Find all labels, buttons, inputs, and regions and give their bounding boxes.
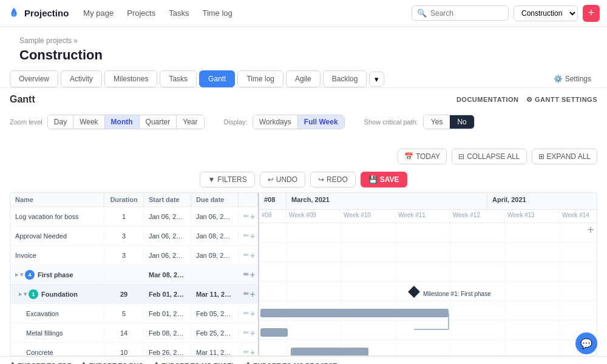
tab-agile[interactable]: Agile xyxy=(286,70,320,87)
gantt-container: Name Duration Start date Due date Log va… xyxy=(10,192,597,356)
download-icon: ⬇ xyxy=(10,362,15,364)
edit-icon[interactable]: ✏ xyxy=(243,271,249,278)
save-button[interactable]: 💾 SAVE xyxy=(361,172,407,187)
tab-overview[interactable]: Overview xyxy=(10,70,58,87)
edit-icon[interactable]: ✏ xyxy=(243,212,249,220)
calendar-icon: 📅 xyxy=(404,152,413,161)
export-excel-button[interactable]: ⬇ EXPORT TO MS EXCEL xyxy=(154,362,236,364)
breadcrumb-area: Sample projects » Construction xyxy=(0,27,607,68)
gantt-settings-link[interactable]: ⚙ GANTT SETTINGS xyxy=(526,96,597,104)
display-fullweek[interactable]: Full Week xyxy=(298,115,344,129)
add-icon[interactable]: + xyxy=(250,289,255,299)
gear-icon-2: ⚙ xyxy=(526,96,533,104)
tab-milestones[interactable]: Milestones xyxy=(104,70,157,87)
row-name: Log vacation for boss xyxy=(10,211,104,223)
edit-icon[interactable]: ✏ xyxy=(243,290,249,298)
filters-button[interactable]: ▼ FILTERS xyxy=(200,172,254,187)
row-name: Invoice xyxy=(10,249,104,261)
search-input[interactable] xyxy=(430,9,503,18)
gear-icon: ⚙️ xyxy=(554,75,563,83)
week-col: Week #12 xyxy=(450,210,505,223)
zoom-week[interactable]: Week xyxy=(73,115,104,129)
nav-tasks[interactable]: Tasks xyxy=(164,6,194,20)
add-icon[interactable]: + xyxy=(250,328,255,338)
tab-activity[interactable]: Activity xyxy=(61,70,102,87)
tab-settings[interactable]: ⚙️ Settings xyxy=(548,72,597,86)
workspace-select[interactable]: Construction xyxy=(514,5,578,21)
zoom-day[interactable]: Day xyxy=(48,115,73,129)
chart-row-spacer xyxy=(259,301,597,320)
tab-tasks[interactable]: Tasks xyxy=(160,70,197,87)
zoom-quarter[interactable]: Quarter xyxy=(140,115,177,129)
chat-button[interactable]: 💬 xyxy=(575,332,597,354)
tab-timelog[interactable]: Time log xyxy=(237,70,283,87)
row-duration: 10 xyxy=(104,346,144,357)
tab-more-button[interactable]: ▾ xyxy=(369,72,384,87)
export-pdf-button[interactable]: ⬇ EXPORT TO PDF xyxy=(10,362,71,364)
redo-button[interactable]: ↪ REDO xyxy=(310,172,356,187)
expand-icon[interactable]: ▾ xyxy=(24,291,27,297)
expand-all-button[interactable]: ⊞ EXPAND ALL xyxy=(532,149,597,164)
export-png-button[interactable]: ⬇ EXPORT TO PNG xyxy=(81,362,143,364)
display-btn-group: Workdays Full Week xyxy=(253,115,345,129)
add-icon[interactable]: + xyxy=(250,231,255,241)
export-ms-project-button[interactable]: ⬇ EXPORT TO MS PROJECT xyxy=(245,362,337,364)
collapse-all-button[interactable]: ⊟ COLLAPSE ALL xyxy=(452,149,526,164)
zoom-month[interactable]: Month xyxy=(105,115,140,129)
row-duration: 1 xyxy=(104,211,144,223)
row-due: Jan 09, 2021 xyxy=(191,249,239,261)
save-icon: 💾 xyxy=(368,175,378,184)
tab-gantt[interactable]: Gantt xyxy=(199,70,235,87)
nav-timelog[interactable]: Time log xyxy=(197,6,237,20)
add-icon[interactable]: + xyxy=(250,251,255,260)
col-start: Start date xyxy=(144,193,191,206)
edit-icon[interactable]: ✏ xyxy=(243,251,249,259)
critical-no[interactable]: No xyxy=(450,115,473,129)
add-column-button[interactable]: + xyxy=(587,223,594,237)
critical-group: Show critical path: Yes No xyxy=(364,115,475,129)
today-button[interactable]: 📅 TODAY xyxy=(398,149,447,164)
app-logo[interactable]: Projectino xyxy=(7,7,69,20)
chart-row-spacer xyxy=(259,320,597,340)
settings-label: Settings xyxy=(565,75,591,83)
edit-icon[interactable]: ✏ xyxy=(243,329,249,337)
table-row: ▸ ▾ 1 Foundation 29 Feb 01, 2021 Mar 11,… xyxy=(10,285,258,304)
critical-toggle: Yes No xyxy=(423,115,475,129)
undo-button[interactable]: ↩ UNDO xyxy=(260,172,305,187)
add-icon[interactable]: + xyxy=(250,270,255,280)
add-button[interactable]: + xyxy=(583,5,600,22)
nav-projects[interactable]: Projects xyxy=(122,6,160,20)
collapse-icon[interactable]: ▸ xyxy=(19,291,22,297)
critical-label: Show critical path: xyxy=(364,118,418,126)
row-actions: ✏ + xyxy=(239,306,258,321)
nav-mypage[interactable]: My page xyxy=(78,6,118,20)
documentation-link[interactable]: DOCUMENTATION xyxy=(456,96,519,103)
add-icon[interactable]: + xyxy=(250,309,255,318)
row-duration: 3 xyxy=(104,230,144,242)
row-name: Concrete xyxy=(10,346,104,357)
add-icon[interactable]: + xyxy=(250,348,255,357)
display-workdays[interactable]: Workdays xyxy=(253,115,298,129)
add-icon[interactable]: + xyxy=(250,212,255,221)
row-start: Jan 06, 2021 xyxy=(144,211,191,223)
tab-backlog[interactable]: Backlog xyxy=(323,70,367,87)
expand-icon[interactable]: ▾ xyxy=(20,271,23,278)
zoom-year[interactable]: Year xyxy=(177,115,203,129)
main-content: Gantt DOCUMENTATION ⚙ GANTT SETTINGS Zoo… xyxy=(0,88,607,356)
row-name: Excavation xyxy=(10,308,104,320)
search-box[interactable]: 🔍 xyxy=(412,5,509,21)
collapse-icon[interactable]: ▸ xyxy=(15,271,18,278)
display-group: Display: Workdays Full Week xyxy=(224,115,345,129)
group-badge: 1 xyxy=(29,289,38,299)
edit-icon[interactable]: ✏ xyxy=(243,309,249,317)
section-title: Gantt xyxy=(10,94,35,105)
week-col: Week #14 xyxy=(560,210,597,223)
table-row: Log vacation for boss 1 Jan 06, 2021 Jan… xyxy=(10,207,258,226)
table-row: Concrete 10 Feb 26, 2021 Mar 11, 2021 ✏ … xyxy=(10,343,258,356)
row-due: Mar 11, 2021 xyxy=(191,288,239,300)
row-start: Mar 08, 2021 xyxy=(144,269,191,281)
edit-icon[interactable]: ✏ xyxy=(243,348,249,356)
edit-icon[interactable]: ✏ xyxy=(243,232,249,240)
header-actions: DOCUMENTATION ⚙ GANTT SETTINGS xyxy=(456,96,597,104)
critical-yes[interactable]: Yes xyxy=(424,115,450,129)
